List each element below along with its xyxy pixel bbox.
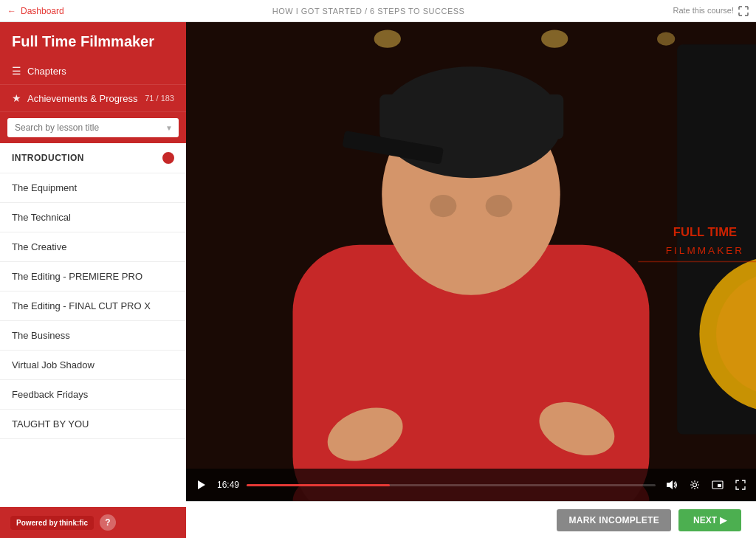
search-input[interactable]: [7, 118, 179, 137]
svg-text:FULL TIME: FULL TIME: [673, 225, 737, 239]
back-label: Dashboard: [21, 6, 64, 16]
intro-status-dot: [162, 152, 174, 164]
pip-button[interactable]: [709, 477, 726, 492]
main-content: FULL TIME FILMMAKER 16:49: [186, 22, 756, 538]
sidebar-nav: ☰ Chapters ★ Achievements & Progress 71 …: [0, 58, 186, 112]
rate-course-label[interactable]: Rate this course!: [673, 6, 734, 16]
intro-label: INTRODUCTION: [12, 153, 84, 163]
fullscreen-button[interactable]: [732, 477, 749, 493]
video-title: HOW I GOT STARTED / 6 STEPS TO SUCCESS: [272, 7, 465, 15]
chapter-item-technical[interactable]: The Technical: [0, 203, 186, 232]
video-controls: 16:49: [186, 469, 756, 501]
thinkific-brand: think:fic: [59, 519, 88, 527]
chapters-label: Chapters: [27, 66, 66, 77]
thinkific-badge: Powered by think:fic: [10, 516, 94, 530]
svg-rect-16: [379, 94, 563, 139]
chapter-item-creative[interactable]: The Creative: [0, 232, 186, 262]
search-container: ▼: [0, 112, 186, 143]
powered-by-text: Powered by: [16, 519, 58, 527]
chapter-item-feedback[interactable]: Feedback Fridays: [0, 380, 186, 410]
video-time: 16:49: [217, 480, 239, 490]
settings-button[interactable]: [687, 477, 703, 493]
top-bar: ← Dashboard HOW I GOT STARTED / 6 STEPS …: [0, 0, 756, 22]
sidebar-footer: Powered by think:fic ?: [0, 507, 186, 538]
back-button[interactable]: ← Dashboard: [7, 6, 64, 16]
chapter-item-editing-pp[interactable]: The Editing - PREMIERE PRO: [0, 262, 186, 292]
achievements-label: Achievements & Progress: [27, 93, 138, 104]
intro-item[interactable]: INTRODUCTION: [0, 143, 186, 173]
top-bar-right: Rate this course!: [673, 6, 749, 16]
chapter-item-business[interactable]: The Business: [0, 321, 186, 351]
video-player: FULL TIME FILMMAKER: [186, 22, 756, 501]
sidebar-item-chapters[interactable]: ☰ Chapters: [0, 58, 186, 85]
bottom-bar: MARK INCOMPLETE NEXT ▶: [186, 501, 756, 538]
sidebar-item-achievements[interactable]: ★ Achievements & Progress 71 / 183: [0, 85, 186, 112]
chapters-icon: ☰: [12, 65, 21, 77]
svg-point-26: [693, 483, 697, 487]
svg-point-18: [430, 195, 456, 217]
svg-marker-24: [198, 480, 205, 489]
video-container: FULL TIME FILMMAKER 16:49: [186, 22, 756, 501]
course-title: Full Time Filmmaker: [0, 22, 186, 58]
next-button[interactable]: NEXT ▶: [678, 509, 741, 531]
trophy-icon: ★: [12, 92, 21, 104]
chapter-item-editing-fcp[interactable]: The Editing - FINAL CUT PRO X: [0, 292, 186, 321]
main-layout: Full Time Filmmaker ☰ Chapters ★ Achieve…: [0, 22, 756, 538]
svg-point-9: [657, 32, 675, 46]
svg-rect-28: [718, 484, 721, 487]
svg-text:FILMMAKER: FILMMAKER: [666, 245, 744, 256]
achievements-count: 71 / 183: [145, 94, 174, 103]
next-label: NEXT: [693, 515, 717, 525]
ctrl-right: [663, 477, 749, 493]
svg-point-7: [374, 30, 401, 48]
chapter-item-equipment[interactable]: The Equipment: [0, 173, 186, 203]
expand-icon[interactable]: [738, 6, 749, 16]
volume-button[interactable]: [663, 477, 681, 493]
progress-bar-spacer[interactable]: [247, 484, 656, 486]
play-button[interactable]: [193, 477, 210, 493]
svg-marker-25: [667, 480, 673, 489]
help-button[interactable]: ?: [100, 514, 116, 531]
chapter-item-taught[interactable]: TAUGHT BY YOU: [0, 410, 186, 439]
mark-incomplete-button[interactable]: MARK INCOMPLETE: [557, 509, 671, 531]
svg-point-8: [541, 30, 568, 48]
sidebar: Full Time Filmmaker ☰ Chapters ★ Achieve…: [0, 22, 186, 538]
chapter-list: INTRODUCTION The Equipment The Technical…: [0, 143, 186, 507]
video-scene: FULL TIME FILMMAKER: [186, 22, 756, 501]
chapter-item-virtual[interactable]: Virtual Job Shadow: [0, 351, 186, 380]
back-arrow-icon: ←: [7, 6, 16, 16]
next-arrow-icon: ▶: [720, 515, 726, 525]
svg-point-19: [486, 195, 512, 217]
